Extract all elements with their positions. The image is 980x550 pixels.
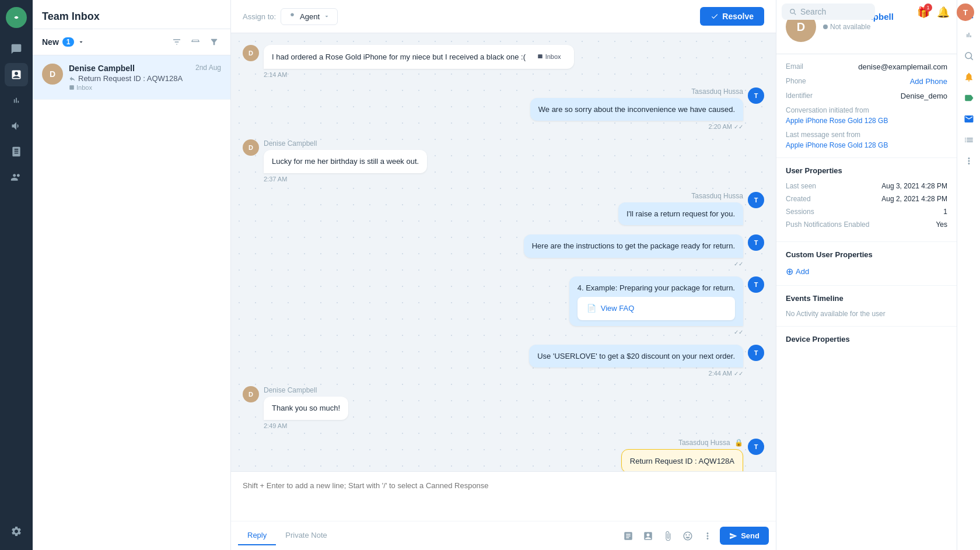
message-row: D I had ordered a Rose Gold iPhone for m… — [243, 45, 764, 78]
reply-tab[interactable]: Reply — [238, 526, 276, 545]
events-timeline: Events Timeline No Activity available fo… — [776, 286, 957, 327]
sidebar-item-conversations[interactable] — [5, 37, 28, 61]
reply-box: Reply Private Note — [231, 471, 776, 550]
push-notif-field: Push Notifications Enabled Yes — [786, 220, 947, 229]
sidebar-item-settings[interactable] — [5, 520, 28, 543]
msg-sender: Tasasduq Hussa — [618, 192, 743, 200]
list-icon[interactable] — [960, 131, 978, 149]
agent-label: Agent — [300, 12, 320, 21]
filter-label: New — [42, 37, 59, 47]
search-bar[interactable]: Search — [782, 3, 875, 20]
reply-footer: Reply Private Note — [231, 521, 776, 550]
identifier-field: Identifier Denise_demo — [786, 92, 947, 100]
label-icon[interactable] — [960, 89, 978, 107]
device-properties: Device Properties — [776, 327, 957, 359]
agent-avatar: T — [748, 87, 764, 104]
conv-list-header: Team Inbox — [33, 0, 230, 29]
faq-card[interactable]: 📄 View FAQ — [578, 297, 735, 320]
user-props-title: User Properties — [786, 166, 947, 175]
resolve-button[interactable]: Resolve — [700, 7, 764, 26]
image-button[interactable] — [640, 528, 656, 544]
sidebar-item-campaigns[interactable] — [5, 114, 28, 138]
add-phone-link[interactable]: Add Phone — [832, 77, 947, 86]
sidebar-item-knowledge[interactable] — [5, 140, 28, 163]
msg-bubble-private: Return Request ID : AQW128A — [621, 449, 743, 471]
contact-fields: Email denise@examplemail.com Phone Add P… — [776, 54, 957, 158]
reply-textarea[interactable] — [231, 472, 776, 519]
assign-label: Assign to: — [243, 12, 276, 21]
far-right-panel — [957, 0, 980, 550]
msg-content: Use 'USERLOVE' to get a $20 discount on … — [529, 345, 743, 377]
conv-item[interactable]: D Denise Campbell 2nd Aug Return Request… — [33, 55, 230, 100]
add-custom-prop[interactable]: ⊕ Add — [786, 266, 947, 277]
chat-header: Assign to: Agent Resolve — [231, 0, 776, 33]
msg-time: ✓✓ — [524, 260, 743, 267]
reply-actions: Send — [621, 527, 769, 545]
chat-panel: Assign to: Agent Resolve D I had ordered — [231, 0, 776, 550]
agent-avatar: T — [748, 234, 764, 251]
filter-count: 1 — [62, 37, 75, 47]
user-avatar: D — [243, 45, 259, 61]
send-icon — [729, 532, 737, 540]
filter-button[interactable] — [207, 35, 221, 49]
last-seen-field: Last seen Aug 3, 2021 4:28 PM — [786, 182, 947, 190]
msg-sender: Tasasduq Hussa — [530, 87, 743, 96]
email-field: Email denise@examplemail.com — [786, 62, 947, 71]
gift-badge: 1 — [924, 3, 932, 12]
conv-contact-name: Denise Campbell — [69, 64, 135, 73]
emoji-button[interactable] — [680, 528, 695, 544]
article-button[interactable] — [621, 528, 636, 544]
message-row: T Tasasduq Hussa We are so sorry about t… — [243, 87, 764, 131]
conv-source: Conversation initiated from Apple iPhone… — [786, 106, 947, 125]
chevron-down-icon — [78, 38, 85, 45]
msg-bubble: Lucky for me her birthday is still a wee… — [264, 150, 427, 173]
reply-icon — [69, 75, 76, 82]
events-title: Events Timeline — [786, 294, 947, 303]
assign-section: Assign to: Agent — [243, 8, 338, 25]
agent-select[interactable]: Agent — [281, 8, 338, 25]
inbox-icon — [69, 85, 75, 90]
sort-button[interactable] — [170, 35, 184, 49]
attachment-button[interactable] — [660, 528, 676, 544]
send-button[interactable]: Send — [720, 527, 769, 545]
svg-point-1 — [965, 52, 972, 59]
sidebar-item-inbox[interactable] — [5, 63, 28, 86]
archive-button[interactable] — [188, 35, 202, 49]
agent-avatar: T — [748, 276, 764, 293]
chat-messages: D I had ordered a Rose Gold iPhone for m… — [231, 33, 776, 471]
check-icon — [710, 12, 719, 20]
notification-icon[interactable] — [960, 68, 978, 86]
sidebar-item-reports[interactable] — [5, 89, 28, 112]
private-note-tab[interactable]: Private Note — [276, 526, 337, 545]
conversation-actions-icon[interactable] — [960, 26, 978, 44]
conv-avatar: D — [42, 64, 63, 85]
msg-bubble: Here are the instructions to get the pac… — [524, 234, 743, 258]
msg-time: 2:14 AM — [264, 71, 574, 78]
sidebar — [0, 0, 33, 550]
msg-bubble: Use 'USERLOVE' to get a $20 discount on … — [529, 345, 743, 368]
msg-time: 2:44 AM ✓✓ — [529, 370, 743, 377]
new-filter[interactable]: New 1 — [42, 37, 85, 47]
last-msg-link[interactable]: Apple iPhone Rose Gold 128 GB — [786, 141, 947, 149]
status-dot — [823, 24, 828, 29]
msg-bubble: I'll raise a return request for you. — [618, 202, 743, 226]
gift-button[interactable]: 🎁 1 — [917, 6, 930, 19]
search-conversation-icon[interactable] — [960, 47, 978, 65]
message-row: T Tasasduq Hussa I'll raise a return req… — [243, 192, 764, 226]
more-options-button[interactable] — [700, 528, 715, 544]
msg-time: ✓✓ — [569, 328, 743, 335]
msg-sender: Denise Campbell — [264, 386, 348, 394]
svg-line-2 — [971, 58, 972, 59]
message-row: T Here are the instructions to get the p… — [243, 234, 764, 267]
user-avatar: D — [243, 139, 259, 156]
reply-tabs: Reply Private Note — [238, 526, 337, 545]
sidebar-item-agents[interactable] — [5, 166, 28, 189]
conv-initiated-link[interactable]: Apple iPhone Rose Gold 128 GB — [786, 117, 947, 125]
more-options-icon[interactable] — [960, 152, 978, 170]
agent-avatar: T — [748, 192, 764, 208]
conv-subject: Return Request ID : AQW128A — [69, 74, 221, 83]
email-icon[interactable] — [960, 110, 978, 128]
user-avatar-button[interactable]: T — [957, 3, 974, 21]
msg-content: Denise Campbell Thank you so much! 2:49 … — [264, 386, 348, 429]
notification-button[interactable]: 🔔 — [937, 6, 950, 19]
